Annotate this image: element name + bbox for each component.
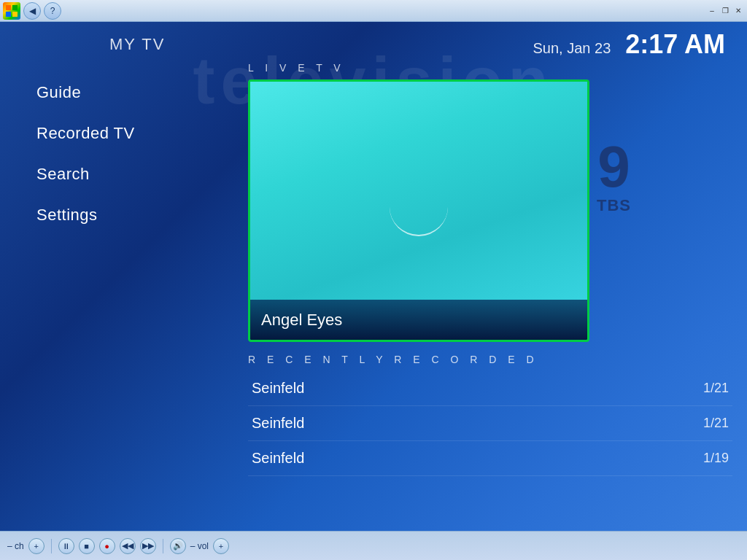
channel-name: TBS <box>597 196 631 215</box>
recorded-date-2: 1/19 <box>703 451 729 466</box>
recently-recorded: R E C E N T L Y R E C O R D E D Seinfeld… <box>248 354 732 476</box>
close-button[interactable]: ✕ <box>732 6 744 16</box>
datetime-area: Sun, Jan 23 2:17 AM <box>533 29 725 60</box>
header: MY TV Sun, Jan 23 2:17 AM <box>0 29 747 60</box>
control-bar: – ch + ⏸ ■ ● ◀◀ ▶▶ 🔊 – vol + <box>0 531 747 560</box>
ch-plus-button[interactable]: + <box>28 538 44 554</box>
title-bar-controls: – ❐ ✕ <box>706 6 744 16</box>
channel-number: 9 <box>597 138 630 196</box>
recorded-date-0: 1/21 <box>703 381 729 396</box>
sidebar: Guide Recorded TV Search Settings <box>22 73 226 236</box>
sidebar-item-settings[interactable]: Settings <box>22 195 226 235</box>
recorded-item-1[interactable]: Seinfeld 1/21 <box>248 406 732 441</box>
recorded-item-2[interactable]: Seinfeld 1/19 <box>248 441 732 476</box>
fast-forward-button[interactable]: ▶▶ <box>140 538 156 554</box>
tv-preview[interactable]: Angel Eyes <box>248 79 589 342</box>
vol-minus-label: – vol <box>190 541 209 551</box>
recently-recorded-label: R E C E N T L Y R E C O R D E D <box>248 354 732 365</box>
time-display: 2:17 AM <box>625 29 725 60</box>
tv-smile-icon <box>390 207 448 236</box>
svg-rect-2 <box>6 12 11 17</box>
title-bar-left: ◀ ? <box>3 2 61 20</box>
record-button[interactable]: ● <box>99 538 115 554</box>
svg-rect-3 <box>12 12 18 17</box>
recorded-title-1: Seinfeld <box>252 415 304 432</box>
recorded-list: Seinfeld 1/21 Seinfeld 1/21 Seinfeld 1/1… <box>248 371 732 476</box>
live-tv-container: Angel Eyes 9 TBS <box>248 79 732 342</box>
sidebar-item-guide[interactable]: Guide <box>22 73 226 112</box>
sidebar-item-search[interactable]: Search <box>22 155 226 194</box>
recorded-item-0[interactable]: Seinfeld 1/21 <box>248 371 732 406</box>
restore-button[interactable]: ❐ <box>719 6 731 16</box>
my-tv-label: MY TV <box>109 35 165 54</box>
recorded-title-0: Seinfeld <box>252 380 304 397</box>
title-bar: ◀ ? – ❐ ✕ <box>0 0 747 22</box>
right-panel: L I V E T V Angel Eyes 9 TBS R E C E <box>248 62 732 476</box>
tv-caption: Angel Eyes <box>250 300 587 340</box>
recorded-date-1: 1/21 <box>703 416 729 431</box>
divider-1 <box>51 539 52 553</box>
live-tv-label: L I V E T V <box>248 62 732 74</box>
program-title: Angel Eyes <box>261 311 342 330</box>
channel-badge: 9 TBS <box>597 138 631 215</box>
sidebar-item-recorded-tv[interactable]: Recorded TV <box>22 114 226 153</box>
minimize-button[interactable]: – <box>706 6 718 16</box>
recorded-title-2: Seinfeld <box>252 450 304 467</box>
svg-rect-1 <box>12 5 18 10</box>
ch-minus-label: – ch <box>7 541 24 551</box>
help-button[interactable]: ? <box>44 2 61 20</box>
rewind-button[interactable]: ◀◀ <box>120 538 136 554</box>
divider-2 <box>163 539 163 553</box>
play-pause-button[interactable]: ⏸ <box>58 538 74 554</box>
windows-icon[interactable] <box>3 2 20 20</box>
svg-rect-0 <box>6 5 11 10</box>
date-display: Sun, Jan 23 <box>533 40 611 57</box>
main-content: television MY TV Sun, Jan 23 2:17 AM Gui… <box>0 22 747 560</box>
vol-plus-button[interactable]: + <box>213 538 229 554</box>
stop-button[interactable]: ■ <box>79 538 95 554</box>
vol-icon: 🔊 <box>170 538 186 554</box>
back-button[interactable]: ◀ <box>23 2 41 20</box>
